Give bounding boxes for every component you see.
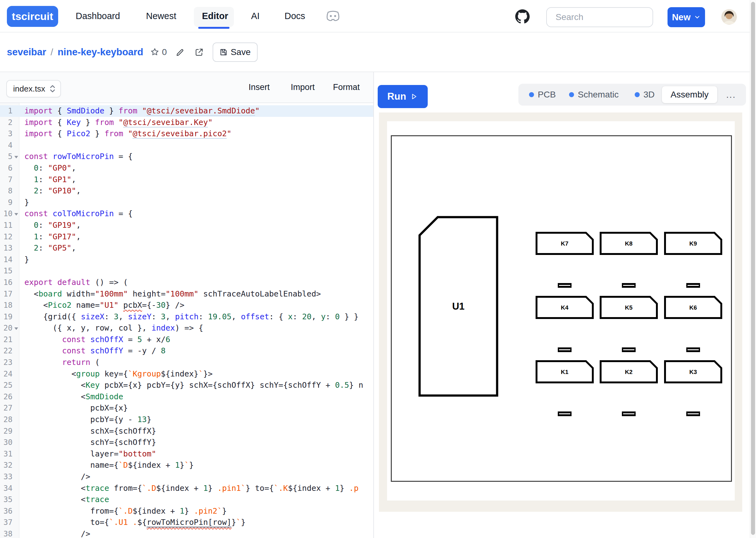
assembly-diode-stripe [559,413,570,414]
code-line[interactable]: 10const colToMicroPin = { [0,208,373,220]
code-line[interactable]: 29 schX={schOffX} [0,425,373,437]
breadcrumb-project-link[interactable]: nine-key-keyboard [58,47,143,58]
discord-icon[interactable] [325,9,341,23]
code-lines[interactable]: 1import { SmdDiode } from "@tsci/seveiba… [0,103,373,538]
line-number: 38 [0,528,13,538]
star-icon[interactable] [150,47,159,57]
code-line[interactable]: 14} [0,254,373,266]
code-line[interactable]: 5const rowToMicroPin = { [0,151,373,162]
fold-chevron-icon[interactable] [14,156,18,158]
code-line[interactable]: 26 <SmdDiode [0,391,373,403]
assembly-canvas[interactable]: U1K7K8K9K4K5K6K1K2K3 [387,121,735,501]
new-button[interactable]: New [668,7,705,27]
tab-schematic[interactable]: Schematic [569,84,619,106]
run-button[interactable]: Run [378,85,428,108]
code-line[interactable]: 19 {grid({ sizeX: 3, sizeY: 3, pitch: 19… [0,311,373,323]
code-line[interactable]: 4 [0,140,373,151]
code-line[interactable]: 34 <trace from={`.D${index + 1} .pin1`} … [0,483,373,494]
code-line[interactable]: 20 ({ x, y, row, col }, index) => { [0,322,373,334]
avatar[interactable] [721,9,737,25]
line-number: 6 [0,162,13,174]
tab-pcb[interactable]: PCB [529,84,556,106]
tab-3d[interactable]: 3D [635,84,655,106]
menu-import[interactable]: Import [291,72,315,102]
save-button-label: Save [231,47,251,57]
code-line[interactable]: 31 layer="bottom" [0,448,373,460]
line-number: 11 [0,220,13,231]
code-line[interactable]: 24 <group key={`Kgroup${index}`}> [0,368,373,380]
line-number: 32 [0,459,13,471]
code-line[interactable]: 27 pcbX={x} [0,403,373,414]
assembly-diode-stripe [687,349,699,350]
3d-status-dot [635,92,640,97]
code-line[interactable]: 22 const schOffY = -y / 8 [0,345,373,357]
code-line[interactable]: 38 /> [0,528,373,538]
code-line[interactable]: 17 <board width="100mm" height="100mm" s… [0,288,373,300]
code-line[interactable]: 28 pcbY={y - 13} [0,414,373,425]
line-number: 18 [0,299,13,311]
code-line[interactable]: 16export default () => ( [0,277,373,288]
tab-assembly[interactable]: Assembly [662,86,717,103]
editor-toolbar: index.tsx Insert Import Format [0,72,373,103]
line-number: 19 [0,311,13,323]
scrollbar-thumb[interactable] [751,2,755,535]
code-line[interactable]: 7 1: "GP1", [0,174,373,186]
line-number: 3 [0,128,13,140]
line-number: 10 [0,208,13,220]
code-line[interactable]: 8 2: "GP10", [0,185,373,197]
share-icon[interactable] [195,47,204,57]
menu-insert[interactable]: Insert [249,72,270,102]
code-line[interactable]: 25 <Key pcbX={x} pcbY={y} schX={schOffX}… [0,380,373,391]
new-button-label: New [672,12,691,23]
code-line[interactable]: 3import { Pico2 } from "@tsci/seveibar.p… [0,128,373,140]
code-line[interactable]: 1import { SmdDiode } from "@tsci/seveiba… [0,105,373,117]
nav-item-ai[interactable]: AI [251,0,260,32]
github-icon[interactable] [515,9,530,24]
line-number: 4 [0,140,13,151]
code-line[interactable]: 30 schY={schOffY} [0,437,373,448]
line-number: 35 [0,494,13,506]
code-line[interactable]: 35 <trace [0,494,373,506]
rename-pencil-icon[interactable] [176,47,185,57]
save-button[interactable]: Save [212,42,258,62]
fold-chevron-icon[interactable] [14,327,18,330]
code-line[interactable]: 2import { Key } from "@tsci/seveibar.Key… [0,117,373,129]
code-line[interactable]: 6 0: "GP0", [0,162,373,174]
line-number: 16 [0,277,13,288]
project-header-row: seveibar / nine-key-keyboard 0 [0,32,756,72]
nav-editor-underline [198,27,229,29]
code-line[interactable]: 21 const schOffX = 5 + x/6 [0,334,373,346]
code-line[interactable]: 36 from={`.D${index + 1} .pin2`} [0,506,373,517]
code-line[interactable]: 11 0: "GP19", [0,220,373,231]
code-line[interactable]: 18 <Pico2 name="U1" pcbX={-30} /> [0,299,373,311]
code-line[interactable]: 9} [0,197,373,208]
breadcrumb-owner-link[interactable]: seveibar [7,47,46,58]
fold-chevron-icon[interactable] [14,213,18,216]
menu-format[interactable]: Format [333,72,360,102]
line-number: 34 [0,483,13,494]
code-line[interactable]: 12 1: "GP17", [0,231,373,243]
code-line[interactable]: 23 return ( [0,357,373,368]
tscircuit-editor-window: tscircuit Dashboard Newest Editor AI Doc… [0,0,756,538]
line-number: 22 [0,345,13,357]
line-number: 24 [0,368,13,380]
pcb-status-dot [529,92,534,97]
search-input[interactable] [547,8,661,27]
assembly-key-label: K8 [625,240,632,247]
tabs-more-button[interactable]: ... [721,84,741,106]
nav-item-docs[interactable]: Docs [284,0,305,32]
assembly-key-label: K3 [689,369,697,375]
nav-item-dashboard[interactable]: Dashboard [76,0,120,32]
code-line[interactable]: 33 /> [0,471,373,483]
code-line[interactable]: 13 2: "GP5", [0,242,373,254]
line-number: 20 [0,322,13,334]
tscircuit-logo[interactable]: tscircuit [7,6,58,27]
assembly-key-label: K9 [689,240,697,247]
code-line[interactable]: 15 [0,265,373,277]
assembly-diode-stripe [623,413,634,414]
nav-item-newest[interactable]: Newest [146,0,176,32]
code-line[interactable]: 37 to={`.U1 .${rowToMicroPin[row]}`} [0,517,373,528]
code-line[interactable]: 32 name={`D${index + 1}`} [0,459,373,471]
file-tab-selector[interactable]: index.tsx [6,80,61,97]
assembly-key-label: K5 [625,304,633,311]
